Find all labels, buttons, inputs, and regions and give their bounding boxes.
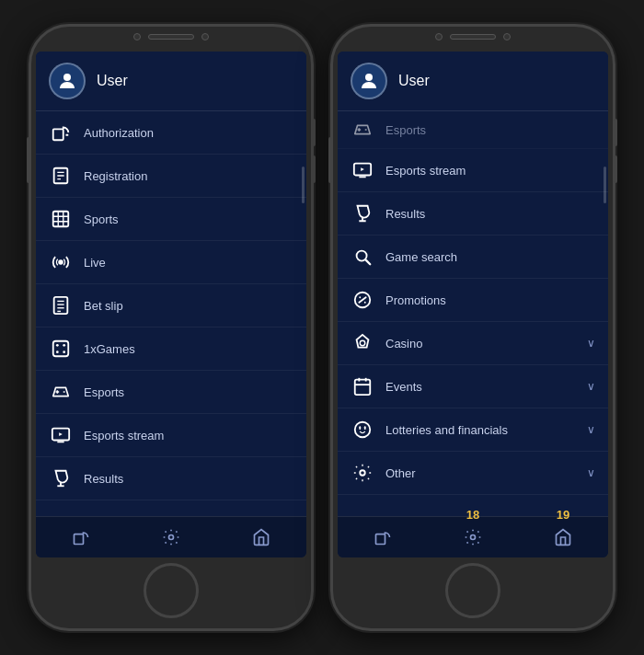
svg-point-22 bbox=[63, 350, 65, 353]
icon-esports-stream-r bbox=[351, 158, 374, 182]
svg-rect-46 bbox=[376, 534, 385, 545]
power-btn bbox=[27, 137, 30, 183]
menu-item-1xgames[interactable]: 7 1xGames bbox=[36, 328, 306, 371]
label-results: Results bbox=[84, 472, 293, 486]
svg-point-27 bbox=[169, 535, 174, 540]
icon-registration bbox=[49, 164, 73, 188]
avatar-right bbox=[351, 63, 387, 99]
icon-results bbox=[49, 466, 73, 490]
label-promotions: Promotions bbox=[385, 293, 595, 307]
menu-item-events[interactable]: 14 Events ∨ bbox=[338, 365, 608, 408]
icon-esports-stream bbox=[49, 423, 73, 447]
bottom-nav-login[interactable] bbox=[63, 524, 99, 550]
svg-rect-37 bbox=[355, 380, 371, 396]
chevron-casino: ∨ bbox=[587, 337, 595, 350]
camera2-left bbox=[201, 33, 209, 40]
svg-rect-1 bbox=[53, 129, 63, 140]
icon-events bbox=[351, 374, 374, 398]
svg-point-21 bbox=[56, 350, 59, 353]
menu-item-esports[interactable]: 8 Esports bbox=[36, 371, 306, 414]
right-menu-list[interactable]: Esports Esports stream bbox=[338, 111, 608, 516]
svg-point-28 bbox=[365, 74, 373, 81]
menu-item-promotions[interactable]: 12 Promotions bbox=[338, 279, 608, 322]
menu-item-live[interactable]: 5 Live bbox=[36, 241, 306, 284]
icon-promotions bbox=[351, 288, 374, 312]
right-screen: User Esports bbox=[338, 52, 608, 557]
left-menu-list[interactable]: 2 Authorization 3 bbox=[36, 111, 306, 516]
chevron-events: ∨ bbox=[587, 380, 595, 393]
svg-rect-7 bbox=[53, 212, 69, 227]
menu-item-results[interactable]: 10 Results bbox=[36, 457, 306, 500]
bottom-nav-settings-r[interactable]: 18 bbox=[454, 524, 491, 550]
left-phone: 1 User 2 Authorization 3 bbox=[29, 24, 314, 631]
svg-rect-26 bbox=[75, 534, 84, 545]
menu-item-casino[interactable]: 13 Casino ∨ bbox=[338, 322, 608, 365]
bottom-nav-settings[interactable] bbox=[153, 524, 190, 550]
icon-casino bbox=[351, 331, 374, 355]
volume-btn bbox=[312, 119, 316, 146]
bottom-nav-home-r[interactable]: 19 bbox=[545, 524, 581, 550]
phone-top-left bbox=[133, 33, 209, 40]
bottom-nav-home[interactable] bbox=[243, 524, 280, 550]
chevron-other: ∨ bbox=[587, 466, 595, 479]
icon-gamesearch bbox=[351, 245, 374, 269]
label-live: Live bbox=[84, 256, 293, 270]
icon-lotteries bbox=[351, 418, 374, 442]
icon-betslip bbox=[49, 293, 73, 317]
menu-item-esports-r[interactable]: Esports bbox=[338, 111, 608, 149]
svg-point-20 bbox=[63, 344, 65, 347]
right-phone: User Esports bbox=[330, 24, 615, 631]
menu-item-esports-stream[interactable]: 9 Esports stream bbox=[36, 414, 306, 457]
menu-item-registration[interactable]: 3 Registration bbox=[36, 155, 306, 198]
icon-live bbox=[49, 250, 73, 274]
user-name-left: User bbox=[97, 73, 128, 89]
icon-1xgames bbox=[49, 337, 73, 361]
svg-point-47 bbox=[471, 535, 476, 540]
label-sports: Sports bbox=[84, 213, 293, 226]
label-authorization: Authorization bbox=[84, 126, 293, 140]
speaker-left bbox=[148, 34, 194, 40]
svg-point-0 bbox=[63, 74, 71, 81]
menu-item-sports[interactable]: 4 Sports bbox=[36, 198, 306, 241]
chevron-lotteries: ∨ bbox=[587, 423, 595, 436]
label-results-r: Results bbox=[385, 207, 595, 221]
home-button-left[interactable] bbox=[144, 563, 199, 618]
bottom-nav-login-r[interactable] bbox=[364, 524, 401, 550]
menu-item-results-r[interactable]: Results bbox=[338, 192, 608, 236]
label-esports: Esports bbox=[84, 385, 293, 399]
num-19: 19 bbox=[557, 508, 569, 522]
icon-sports bbox=[49, 207, 73, 231]
volume-btn2-r bbox=[614, 155, 617, 183]
user-name-right: User bbox=[398, 73, 430, 89]
label-1xgames: 1xGames bbox=[84, 342, 293, 356]
user-header-right: User bbox=[338, 52, 608, 111]
home-button-right[interactable] bbox=[445, 563, 500, 618]
label-betslip: Bet slip bbox=[84, 299, 293, 313]
menu-item-lotteries[interactable]: 15 Lotteries and financials ∨ bbox=[338, 408, 608, 452]
num-18: 18 bbox=[466, 508, 479, 522]
label-casino: Casino bbox=[385, 337, 576, 350]
label-other: Other bbox=[385, 466, 576, 480]
menu-item-gamesearch[interactable]: 11 Game search bbox=[338, 236, 608, 279]
volume-btn-r bbox=[614, 119, 617, 146]
svg-point-45 bbox=[360, 470, 365, 476]
bottom-nav-right: 17 18 19 bbox=[338, 516, 608, 557]
camera-right bbox=[435, 33, 443, 40]
svg-marker-30 bbox=[361, 167, 364, 171]
svg-point-36 bbox=[360, 340, 365, 346]
phone-top-right bbox=[435, 33, 511, 40]
icon-results-r bbox=[351, 201, 374, 225]
icon-esports-r bbox=[351, 118, 374, 142]
menu-item-esports-stream-r[interactable]: Esports stream bbox=[338, 149, 608, 192]
menu-item-betslip[interactable]: 6 Bet slip bbox=[36, 284, 306, 328]
label-registration: Registration bbox=[84, 169, 293, 183]
menu-item-other[interactable]: 16 Other ∨ bbox=[338, 452, 608, 495]
svg-rect-18 bbox=[53, 341, 69, 357]
svg-line-33 bbox=[366, 260, 371, 265]
svg-point-42 bbox=[355, 422, 371, 438]
label-gamesearch: Game search bbox=[385, 250, 595, 264]
icon-esports bbox=[49, 380, 73, 404]
menu-item-authorization[interactable]: 2 Authorization bbox=[36, 111, 306, 155]
icon-other bbox=[351, 461, 374, 485]
label-esports-r: Esports bbox=[385, 123, 595, 137]
